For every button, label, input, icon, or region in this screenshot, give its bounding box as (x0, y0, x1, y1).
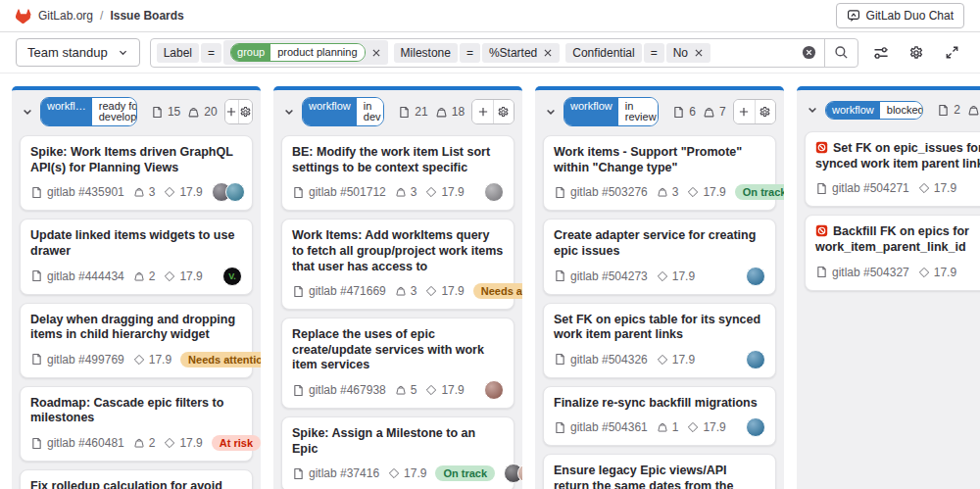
board-card[interactable]: Roadmap: Cascade epic filters to milesto… (20, 386, 253, 462)
duo-chat-button[interactable]: GitLab Duo Chat (836, 3, 964, 28)
card-reference: gitlab #504271 (815, 181, 909, 195)
board-settings-gear-icon[interactable] (904, 40, 929, 66)
filter-token[interactable]: Confidential=No (565, 43, 710, 63)
add-card-button[interactable] (472, 100, 493, 123)
filter-token[interactable]: Milestone=%Started (394, 43, 561, 63)
avatar[interactable] (484, 182, 504, 202)
expand-fullscreen-icon[interactable] (939, 40, 964, 66)
column-scoped-label[interactable]: workflow blocked (825, 101, 923, 120)
token-segment[interactable]: = (644, 43, 664, 63)
gitlab-logo-icon[interactable] (16, 9, 31, 24)
board-card[interactable]: Delay when dragging and dropping items i… (20, 303, 253, 378)
board-card[interactable]: Finalize re-sync backfill migrations git… (543, 386, 776, 447)
column-scoped-label[interactable]: workfl… ready for developme… (40, 97, 137, 126)
card-iteration: 17.9 (657, 269, 695, 283)
card-title: Set FK on epic_issues for its synced wor… (815, 141, 980, 171)
board-card[interactable]: Ensure legacy Epic views/API return the … (543, 454, 776, 489)
card-reference: gitlab #467938 (292, 383, 386, 397)
board-config-sliders-icon[interactable] (868, 40, 894, 66)
board-card[interactable]: Spike: Work Items driven GraphQL API(s) … (20, 135, 253, 211)
board-card[interactable]: Replace the uses of epic create/update s… (281, 318, 514, 409)
collapse-column-chevron-icon[interactable] (22, 106, 33, 118)
avatar[interactable] (484, 380, 504, 400)
breadcrumb-group[interactable]: GitLab.org (38, 9, 93, 23)
board-card[interactable]: Backfill FK on epics for work_item_paren… (805, 215, 980, 290)
issue-type-icon (30, 437, 43, 450)
column-scoped-label[interactable]: workflow in review (564, 97, 659, 126)
issue-count-value: 21 (415, 105, 427, 119)
card-iteration-value: 17.9 (934, 266, 956, 279)
remove-token-icon[interactable] (694, 48, 704, 58)
board-card[interactable]: Work Items: Add workItems query to fetch… (281, 219, 514, 310)
column-settings-gear-icon[interactable] (238, 100, 252, 123)
avatar[interactable] (746, 350, 765, 369)
board-card[interactable]: BE: Modify the work item List sort setti… (281, 135, 514, 211)
column-settings-gear-icon[interactable] (493, 100, 514, 123)
card-weight-value: 3 (411, 185, 417, 199)
board-card[interactable]: Update linked items widgets to use drawe… (20, 219, 253, 294)
token-value[interactable]: groupproduct planning (223, 40, 387, 65)
board-card[interactable]: Set FK on epics table for its synced wor… (543, 303, 776, 378)
card-meta: gitlab #501712 3 17.9 (292, 182, 504, 202)
iteration-icon (133, 354, 145, 366)
board-switcher-label: Team standup (27, 45, 108, 60)
column-scoped-label[interactable]: workflow in dev (302, 97, 384, 126)
add-card-button[interactable] (734, 100, 755, 123)
weight-count-value: 18 (452, 105, 465, 119)
token-segment[interactable]: Label (157, 43, 199, 63)
token-segment[interactable]: Confidential (565, 43, 641, 63)
card-iteration: 17.9 (133, 353, 172, 367)
board-switcher[interactable]: Team standup (16, 38, 140, 67)
card-ref-text: gitlab #504326 (570, 353, 648, 367)
column-settings-gear-icon[interactable] (755, 100, 775, 123)
token-value[interactable]: %Started (482, 43, 560, 63)
token-value[interactable]: No (666, 43, 710, 63)
collapse-column-chevron-icon[interactable] (545, 106, 557, 118)
collapse-column-chevron-icon[interactable] (283, 106, 295, 118)
card-iteration-value: 17.9 (441, 383, 464, 397)
board-card[interactable]: Create adapter service for creating epic… (543, 219, 776, 294)
token-segment[interactable]: Milestone (394, 43, 458, 63)
board-column: workflow in review 6 7 (535, 86, 784, 489)
issue-type-icon (292, 285, 305, 298)
card-reference: gitlab #37416 (292, 466, 379, 480)
card-weight: 3 (657, 185, 679, 199)
weight-count-value: 20 (204, 105, 217, 119)
remove-token-icon[interactable] (543, 48, 553, 58)
avatar[interactable] (746, 417, 765, 437)
column-label-scope: workflow (564, 98, 618, 125)
add-card-button[interactable] (225, 100, 238, 123)
token-segment[interactable]: = (460, 43, 480, 63)
card-meta: gitlab #467938 5 17.9 (292, 380, 504, 400)
filtered-search-input[interactable]: Label=groupproduct planningMilestone=%St… (150, 38, 858, 68)
avatar[interactable]: V. (222, 267, 242, 286)
board-card[interactable]: Spike: Assign a Milestone to an Epic git… (281, 416, 514, 489)
filter-token[interactable]: Label=groupproduct planning (157, 40, 388, 65)
iteration-icon (425, 384, 437, 396)
card-ref-text: gitlab #471669 (309, 284, 386, 298)
issue-count-icon (672, 106, 685, 119)
card-iteration-value: 17.9 (179, 269, 202, 283)
clear-search-icon[interactable] (794, 45, 824, 60)
avatar[interactable] (746, 267, 765, 286)
card-iteration: 17.9 (388, 466, 426, 480)
card-ref-text: gitlab #503276 (570, 185, 648, 199)
search-icon[interactable] (824, 39, 858, 67)
card-iteration: 17.9 (687, 185, 725, 199)
remove-token-icon[interactable] (371, 48, 381, 58)
board-card[interactable]: Set FK on epic_issues for its synced wor… (805, 131, 980, 207)
avatar[interactable] (225, 182, 245, 202)
token-segment[interactable]: = (201, 43, 221, 63)
card-ref-text: gitlab #37416 (309, 466, 379, 480)
card-status-badge: On track (435, 465, 495, 481)
issue-count-value: 2 (954, 103, 960, 117)
card-weight-value: 2 (149, 436, 156, 450)
breadcrumb-page[interactable]: Issue Boards (110, 9, 183, 23)
collapse-column-chevron-icon[interactable] (807, 104, 818, 116)
column-weight-count: 20 (187, 105, 217, 119)
card-assignees (212, 182, 245, 202)
card-iteration: 17.9 (164, 269, 202, 283)
board-card[interactable]: Fix rolledup calculation for avoid start… (20, 469, 253, 489)
board-card[interactable]: Work items - Support "Promote" within "C… (543, 135, 776, 211)
iteration-icon (657, 270, 668, 282)
